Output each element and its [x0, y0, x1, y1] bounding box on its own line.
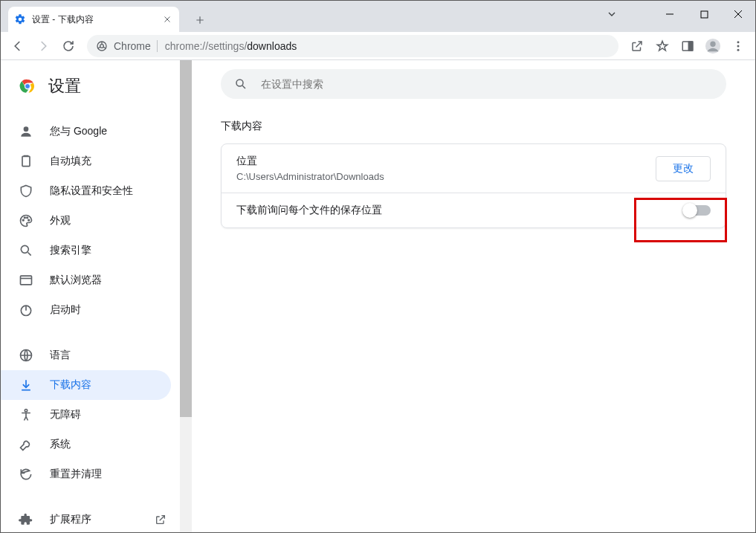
- url-text: chrome://settings/downloads: [165, 40, 610, 52]
- bookmark-icon[interactable]: [650, 35, 675, 57]
- sidebar-item-appearance[interactable]: 外观: [1, 206, 171, 236]
- palette-icon: [19, 213, 33, 228]
- sidebar-item-downloads[interactable]: 下载内容: [1, 370, 171, 400]
- sidebar-divider: [1, 332, 192, 333]
- sidebar-label: 自动填充: [50, 155, 91, 168]
- sidebar-label: 默认浏览器: [50, 274, 102, 287]
- chevron-down-icon[interactable]: [606, 8, 618, 20]
- sidebar-label: 搜索引擎: [50, 244, 91, 257]
- back-button[interactable]: [5, 35, 30, 57]
- sidebar-item-on-startup[interactable]: 启动时: [1, 295, 171, 325]
- gear-icon: [14, 13, 26, 25]
- restore-icon: [19, 467, 33, 482]
- sidebar-label: 扩展程序: [50, 513, 91, 526]
- ask-toggle[interactable]: [684, 205, 711, 216]
- globe-icon: [19, 348, 33, 363]
- svg-point-16: [25, 217, 26, 219]
- svg-point-18: [28, 219, 30, 221]
- browser-titlebar: 设置 - 下载内容: [1, 1, 755, 32]
- sidebar-scrollbar-thumb[interactable]: [180, 60, 192, 417]
- sidebar-item-you-and-google[interactable]: 您与 Google: [1, 117, 171, 146]
- chrome-logo-icon: [19, 77, 36, 95]
- browser-tab[interactable]: 设置 - 下载内容: [8, 7, 179, 32]
- sidebar-label: 外观: [50, 214, 71, 227]
- settings-title: 设置: [48, 75, 81, 97]
- close-window-button[interactable]: [721, 1, 755, 28]
- new-tab-button[interactable]: [190, 10, 210, 30]
- settings-search-input[interactable]: [259, 77, 713, 91]
- settings-content: 设置 您与 Google 自动填充 隐私设置和安全性 外观 搜索引擎 默认浏览器…: [1, 60, 755, 532]
- download-icon: [19, 378, 33, 393]
- svg-point-19: [21, 245, 28, 253]
- search-icon: [234, 77, 248, 91]
- toggle-knob: [682, 203, 697, 218]
- address-bar[interactable]: Chrome chrome://settings/downloads: [87, 35, 618, 57]
- svg-point-15: [22, 219, 24, 221]
- minimize-button[interactable]: [653, 1, 687, 28]
- power-icon: [19, 303, 33, 317]
- sidebar-label: 隐私设置和安全性: [50, 184, 133, 198]
- svg-point-24: [236, 80, 243, 86]
- sidebar-item-system[interactable]: 系统: [1, 430, 171, 459]
- maximize-button[interactable]: [687, 1, 721, 28]
- svg-point-23: [25, 410, 27, 412]
- sidebar-divider: [1, 497, 192, 497]
- sidebar-list: 您与 Google 自动填充 隐私设置和安全性 外观 搜索引擎 默认浏览器 启动…: [1, 112, 192, 533]
- extension-icon: [19, 512, 33, 527]
- svg-rect-0: [701, 11, 708, 18]
- site-scheme-label: Chrome: [114, 40, 151, 52]
- sidebar-item-languages[interactable]: 语言: [1, 340, 171, 370]
- svg-rect-20: [21, 276, 32, 285]
- menu-icon[interactable]: [726, 35, 751, 57]
- sidebar-item-autofill[interactable]: 自动填充: [1, 146, 171, 176]
- search-icon: [19, 243, 33, 258]
- download-location-row: 位置 C:\Users\Administrator\Downloads 更改: [222, 144, 726, 193]
- downloads-card: 位置 C:\Users\Administrator\Downloads 更改 下…: [221, 143, 726, 228]
- svg-rect-14: [22, 156, 30, 166]
- svg-rect-4: [689, 42, 693, 51]
- svg-point-13: [24, 126, 29, 132]
- accessibility-icon: [19, 407, 33, 422]
- sidebar-item-privacy[interactable]: 隐私设置和安全性: [1, 176, 171, 206]
- window-controls: [653, 1, 755, 28]
- sidebar-item-reset[interactable]: 重置并清理: [1, 459, 171, 489]
- sidebar-label: 重置并清理: [50, 468, 102, 481]
- profile-icon[interactable]: [700, 35, 726, 57]
- sidebar-label: 启动时: [50, 303, 81, 317]
- external-link-icon: [155, 514, 167, 526]
- browser-toolbar: Chrome chrome://settings/downloads: [1, 32, 755, 60]
- sidebar-item-search-engine[interactable]: 搜索引擎: [1, 236, 171, 265]
- sidebar-label: 无障碍: [50, 408, 81, 421]
- ask-before-download-row: 下载前询问每个文件的保存位置: [222, 193, 726, 227]
- close-icon[interactable]: [161, 13, 173, 25]
- share-icon[interactable]: [624, 35, 650, 57]
- sidebar-label: 语言: [50, 349, 71, 362]
- settings-header: 设置: [1, 60, 192, 112]
- site-info[interactable]: Chrome: [96, 40, 158, 52]
- person-icon: [19, 124, 33, 139]
- svg-point-9: [737, 48, 740, 51]
- browser-icon: [19, 273, 33, 288]
- shield-icon: [19, 184, 33, 198]
- svg-point-17: [27, 217, 28, 219]
- location-label: 位置: [236, 155, 384, 168]
- sidebar-item-extensions[interactable]: 扩展程序: [1, 505, 171, 533]
- change-location-button[interactable]: 更改: [656, 156, 711, 181]
- sidebar-scrollbar-track[interactable]: [180, 60, 192, 532]
- location-path: C:\Users\Administrator\Downloads: [236, 171, 384, 182]
- wrench-icon: [19, 437, 33, 452]
- sidebar-label: 您与 Google: [50, 125, 107, 138]
- sidebar-label: 下载内容: [50, 378, 91, 392]
- sidebar-item-default-browser[interactable]: 默认浏览器: [1, 265, 171, 295]
- forward-button[interactable]: [30, 35, 56, 57]
- settings-search[interactable]: [221, 69, 726, 99]
- sidebar-label: 系统: [50, 438, 71, 451]
- svg-point-7: [737, 41, 740, 43]
- settings-sidebar: 设置 您与 Google 自动填充 隐私设置和安全性 外观 搜索引擎 默认浏览器…: [1, 60, 192, 532]
- section-title: 下载内容: [221, 120, 726, 133]
- svg-point-6: [710, 41, 715, 46]
- side-panel-icon[interactable]: [675, 35, 700, 57]
- reload-button[interactable]: [56, 35, 81, 57]
- sidebar-item-accessibility[interactable]: 无障碍: [1, 400, 171, 430]
- omnibox-divider: [157, 40, 158, 52]
